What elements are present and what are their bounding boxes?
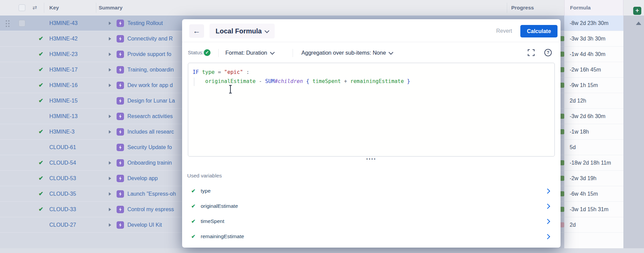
back-button[interactable]: ← [189,24,204,38]
lightning-bolt-glyph [118,52,122,57]
chevron-right-icon[interactable] [545,189,550,194]
calculate-button[interactable]: Calculate [520,25,558,37]
code-token-op: + [341,78,350,84]
help-icon[interactable]: ? [544,49,552,56]
header-divider [96,3,96,13]
drag-handle-icon[interactable] [5,20,10,27]
add-column-button[interactable]: + [633,7,641,15]
revert-button[interactable]: Revert [489,24,519,38]
issue-summary[interactable]: Training, onboardin [127,62,174,77]
lightning-bolt-glyph [118,192,122,196]
issue-summary[interactable]: Launch "Espress-oh [127,186,176,201]
issue-key-link[interactable]: CLOUD-35 [49,186,76,201]
issue-key-link[interactable]: CLOUD-61 [49,140,76,155]
formula-cell[interactable]: -18w 2d 18h 11m [564,155,623,171]
expand-arrow-icon[interactable] [109,37,111,40]
lightning-bolt-glyph [118,21,122,26]
formula-cell[interactable]: -3w 2d 6h 30m [564,109,623,124]
formula-cell[interactable]: 5d [564,140,623,155]
issue-key-link[interactable]: H3MINE-23 [49,47,78,62]
issue-summary[interactable]: Research activities [127,109,173,124]
issue-summary[interactable]: Develop app [127,171,158,186]
issue-summary[interactable]: Control my espress [127,202,174,217]
issue-summary[interactable]: Provide support fo [127,47,171,62]
formula-editor-dialog: ← Local Formula Revert Calculate Status:… [182,19,561,248]
issue-key-link[interactable]: H3MINE-16 [49,78,78,93]
issue-key-link[interactable]: H3MINE-42 [49,31,78,46]
formula-cell[interactable]: -6w 4h 15m [564,186,623,202]
formula-cell[interactable]: -2w 16h 45m [564,62,623,78]
issue-key-link[interactable]: H3MINE-15 [49,93,78,108]
expand-arrow-icon[interactable] [109,53,111,56]
issue-key-link[interactable]: H3MINE-13 [49,109,78,124]
formula-value: -18w 2d 18h 11m [570,155,611,170]
expand-arrow-icon[interactable] [109,22,111,25]
formula-cell[interactable]: -3w 3d 3h 30m [564,31,623,47]
chevron-right-icon[interactable] [545,219,550,224]
formula-cell[interactable]: 2d [564,217,623,233]
formula-cell[interactable]: -1w 4d 4h 30m [564,47,623,62]
column-header-summary[interactable]: Summary [99,0,123,16]
aggregation-dropdown-label: Aggregation over sub-items: None [301,50,386,56]
vertical-scrollbar-track[interactable] [623,16,644,253]
expand-arrow-icon[interactable] [109,130,111,134]
horizontal-scrollbar-track[interactable] [0,248,644,253]
aggregation-dropdown[interactable]: Aggregation over sub-items: None [301,48,393,58]
formula-type-dropdown[interactable]: Local Formula [209,24,275,38]
issue-key-link[interactable]: CLOUD-53 [49,171,76,186]
row-checkbox[interactable] [19,20,25,27]
issue-key-link[interactable]: H3MINE-3 [49,124,75,139]
issue-key-link[interactable]: H3MINE-43 [49,16,78,31]
variable-row[interactable]: ✔originalEstimate [182,200,561,212]
issue-summary[interactable]: Security Update fo [127,140,172,155]
formula-cell[interactable]: 2d 12h [564,93,623,109]
column-header-key[interactable]: Key [49,0,59,16]
editor-resize-handle[interactable]: •••• [364,158,379,161]
format-dropdown[interactable]: Format: Duration [225,48,274,58]
scroll-up-arrow-icon[interactable] [636,22,641,25]
issue-key-link[interactable]: H3MINE-17 [49,62,78,77]
chevron-right-icon[interactable] [545,204,550,209]
fullscreen-icon[interactable] [527,49,535,56]
header-divider [44,3,44,13]
formula-code-editor[interactable]: IF type = "epic" : originalEstimate - SU… [188,63,555,157]
expand-arrow-icon[interactable] [109,68,111,72]
done-check-icon: ✔ [39,93,43,108]
formula-cell[interactable]: -9w 1h 15m [564,78,623,93]
issue-summary[interactable]: Dev work for app d [127,78,173,93]
issue-key-link[interactable]: CLOUD-27 [49,217,76,232]
progress-bar-tip [561,114,564,119]
chevron-right-icon[interactable] [545,234,550,240]
expand-arrow-icon[interactable] [109,223,111,227]
variable-row[interactable]: ✔timeSpent [182,216,561,227]
expand-arrow-icon[interactable] [109,161,111,165]
issue-summary[interactable]: Develop UI Kit [127,217,162,232]
select-all-checkbox[interactable] [19,4,25,11]
expand-arrow-icon[interactable] [109,84,111,87]
variable-row[interactable]: ✔remainingEstimate [182,231,561,242]
column-header-formula: Formula [570,0,591,16]
formula-cell[interactable]: -1w 18h [564,124,623,140]
code-token-var: remainingEstimate [350,78,404,84]
expand-arrow-icon[interactable] [109,192,111,196]
formula-cell[interactable]: -2w 3d 19h [564,171,623,186]
formula-cell[interactable]: -3w 1d 15h 31m [564,202,623,217]
issue-summary[interactable]: Design for Lunar La [127,93,175,108]
expand-arrow-icon[interactable] [109,208,111,211]
variable-row[interactable]: ✔type [182,185,561,197]
swap-columns-icon[interactable]: ⇄ [32,0,37,16]
issue-summary[interactable]: Onboarding trainin [127,155,172,170]
variable-name: originalEstimate [201,200,238,212]
column-header-formula-cell[interactable]: Formula [564,0,623,16]
lightning-bolt-glyph [118,36,122,41]
expand-arrow-icon[interactable] [109,115,111,118]
issue-key-link[interactable]: CLOUD-33 [49,202,76,217]
issue-summary[interactable]: Testing Rollout [127,16,163,31]
formula-cell[interactable]: -8w 2d 23h 30m [564,16,623,31]
issue-summary[interactable]: Connectivity and R [127,31,173,46]
epic-type-icon [117,175,124,182]
issue-key-link[interactable]: CLOUD-54 [49,155,76,170]
expand-arrow-icon[interactable] [109,177,111,180]
issue-summary[interactable]: Includes all researc [127,124,174,139]
column-header-progress[interactable]: Progress [511,0,534,16]
